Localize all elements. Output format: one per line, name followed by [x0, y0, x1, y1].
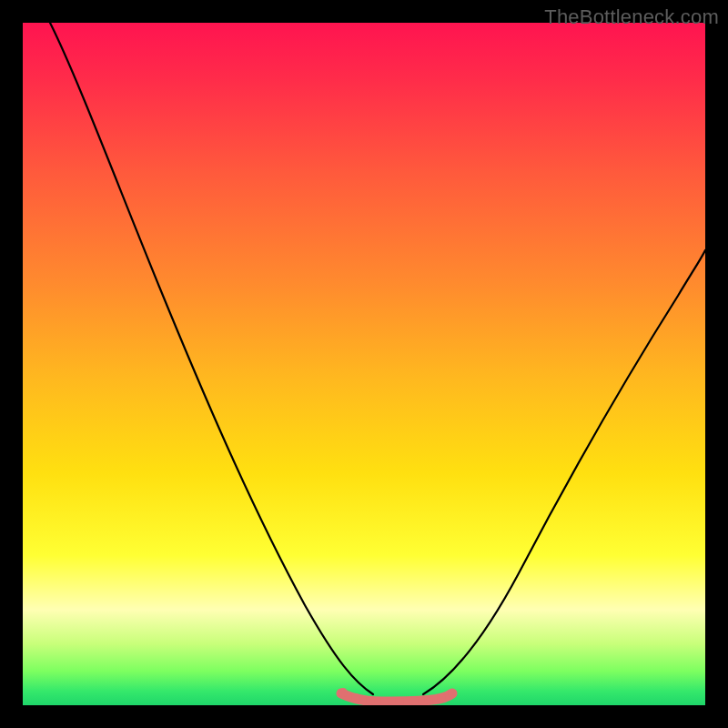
svg-point-5 — [410, 696, 419, 705]
plot-area — [23, 23, 705, 705]
chart-frame: TheBottleneck.com — [0, 0, 728, 728]
svg-point-2 — [366, 696, 375, 705]
svg-point-7 — [437, 693, 446, 703]
svg-point-0 — [339, 688, 348, 697]
left-curve — [50, 23, 373, 694]
watermark-text: TheBottleneck.com — [544, 5, 719, 29]
svg-point-8 — [448, 689, 457, 698]
svg-point-6 — [424, 695, 433, 704]
curve-layer — [23, 23, 705, 705]
right-curve — [423, 250, 705, 694]
svg-point-1 — [351, 693, 360, 703]
